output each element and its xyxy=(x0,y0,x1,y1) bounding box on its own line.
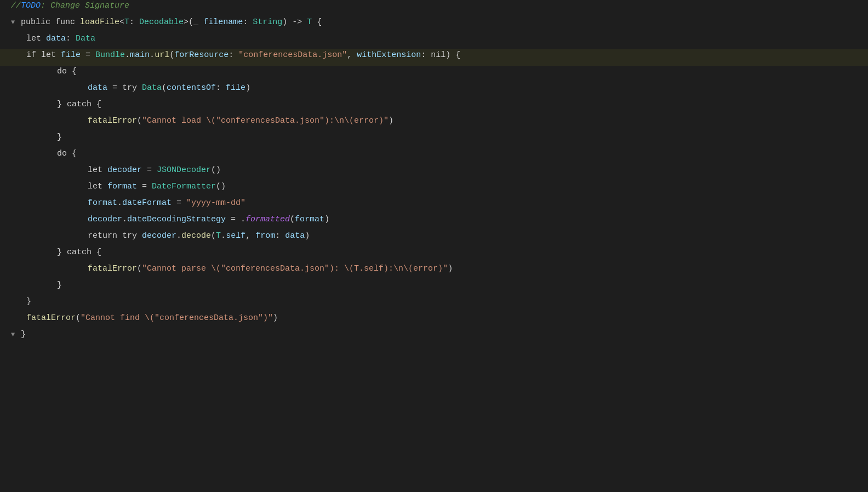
brace21: } xyxy=(21,330,26,339)
kw-let3: let xyxy=(26,34,46,43)
code-line-9: } xyxy=(0,131,868,148)
code-editor: //TODO: Change Signature ▼public func lo… xyxy=(0,0,868,492)
line-content-9: } xyxy=(0,131,62,144)
brace19: } xyxy=(26,297,31,306)
collapse-icon-2[interactable]: ▼ xyxy=(11,18,19,27)
kw-catch16: catch xyxy=(67,248,92,257)
json-decoder: JSONDecoder xyxy=(157,165,211,175)
code-line-5: do { xyxy=(0,66,868,82)
code-line-7: } catch { xyxy=(0,99,868,115)
paren8: ( xyxy=(137,116,142,125)
code-line-14: decoder.dateDecodingStrategy = .formatte… xyxy=(0,214,868,230)
line-content-6: data = try Data(contentsOf: file) xyxy=(0,82,250,95)
code-line-16: } catch { xyxy=(0,247,868,263)
kw-do10: do { xyxy=(57,149,77,158)
line-content-11: let decoder = JSONDecoder() xyxy=(0,164,221,177)
self15: self xyxy=(226,231,245,241)
close15: ) xyxy=(305,231,310,241)
paren17: ( xyxy=(137,264,142,273)
kw-let12: let xyxy=(88,182,107,191)
kw-let4: let xyxy=(41,50,61,60)
eq4: = xyxy=(81,50,95,60)
date-formatter: DateFormatter xyxy=(152,182,216,191)
decoder-var14: decoder xyxy=(88,215,122,224)
brace-open: { xyxy=(312,18,322,27)
bundle: Bundle xyxy=(95,50,125,60)
var-format: format xyxy=(107,182,137,191)
line-content-21: ▼} xyxy=(0,329,26,341)
comma15: , xyxy=(245,231,255,241)
paren15: ( xyxy=(211,231,216,241)
formatted-method: formatted xyxy=(245,215,290,224)
code-line-3: let data: Data xyxy=(0,33,868,49)
bundle-main: main xyxy=(130,50,150,60)
colon: : xyxy=(129,18,139,27)
line-content-8: fatalError("Cannot load \("conferencesDa… xyxy=(0,115,393,128)
colon6: : xyxy=(216,83,226,93)
line-content-16: } catch { xyxy=(0,247,101,259)
line-content-15: return try decoder.decode(T.self, from: … xyxy=(0,230,310,243)
str17: "Cannot parse \("conferencesData.json"):… xyxy=(142,264,448,273)
dot2: . xyxy=(150,50,155,60)
func-name: loadFile xyxy=(80,18,119,27)
line-content-1: //TODO: Change Signature xyxy=(0,0,129,13)
brace16b: { xyxy=(92,248,101,257)
close8: ) xyxy=(389,116,393,125)
line-content-19: } xyxy=(0,296,31,308)
dot14: . xyxy=(122,215,127,224)
line-content-17: fatalError("Cannot parse \("conferencesD… xyxy=(0,263,453,276)
code-line-18: } xyxy=(0,279,868,296)
decoder-var15: decoder xyxy=(142,231,176,241)
str-conferences: "conferences xyxy=(238,50,298,60)
colon4: : xyxy=(229,50,238,60)
t-self: T xyxy=(216,231,221,241)
line-content-20: fatalError("Cannot find \("conferencesDa… xyxy=(0,312,278,325)
date-decoding-strategy: dateDecodingStrategy xyxy=(127,215,226,224)
with-ext: withExtension xyxy=(357,50,421,60)
code-line-8: fatalError("Cannot load \("conferencesDa… xyxy=(0,115,868,131)
collapse-icon-21[interactable]: ▼ xyxy=(11,330,19,340)
brace18: } xyxy=(57,281,62,290)
eq14: = . xyxy=(226,215,245,224)
brace7: } xyxy=(57,100,67,109)
paren1: ( xyxy=(169,50,174,60)
kw-let11: let xyxy=(88,165,107,175)
type-data: Data xyxy=(76,34,95,43)
fatal-error-20: fatalError xyxy=(26,313,76,323)
dot15b: . xyxy=(221,231,226,241)
line-content-13: format.dateFormat = "yyyy-mm-dd" xyxy=(0,197,245,210)
code-line-17: fatalError("Cannot parse \("conferencesD… xyxy=(0,263,868,279)
code-line-6: data = try Data(contentsOf: file) xyxy=(0,82,868,99)
eq12: = xyxy=(137,182,152,191)
parens12: () xyxy=(216,182,226,191)
line-content-18: } xyxy=(0,279,62,292)
nil-val: nil) { xyxy=(431,50,460,60)
close14: ) xyxy=(324,215,329,224)
todo-comment: // xyxy=(11,1,21,10)
line-content-10: do { xyxy=(0,148,77,161)
code-line-15: return try decoder.decode(T.self, from: … xyxy=(0,230,868,247)
dot15: . xyxy=(176,231,181,241)
parens11: () xyxy=(211,165,221,175)
generic-close: >(_ xyxy=(184,18,203,27)
data-arg15: data xyxy=(285,231,305,241)
kw-if: if xyxy=(26,50,41,60)
kw-return: return xyxy=(88,231,122,241)
code-line-2: ▼public func loadFile<T: Decodable>(_ fi… xyxy=(0,16,868,33)
code-line-1: //TODO: Change Signature xyxy=(0,0,868,16)
format-arg: format xyxy=(295,215,324,224)
file-param: file xyxy=(226,83,245,93)
url-fn: url xyxy=(155,50,169,60)
contents-of: contentsOf xyxy=(167,83,216,93)
fatal-error-17: fatalError xyxy=(88,264,137,273)
from-param: from xyxy=(255,231,275,241)
brace16: } xyxy=(57,248,67,257)
line-content-14: decoder.dateDecodingStrategy = .formatte… xyxy=(0,214,329,226)
code-line-20: fatalError("Cannot find \("conferencesDa… xyxy=(0,312,868,329)
brace9: } xyxy=(57,133,62,142)
comma1: , xyxy=(347,50,357,60)
colon5: : xyxy=(421,50,431,60)
kw-try6: try xyxy=(122,83,142,93)
paren20: ( xyxy=(76,313,81,323)
var-file: file xyxy=(61,50,81,60)
